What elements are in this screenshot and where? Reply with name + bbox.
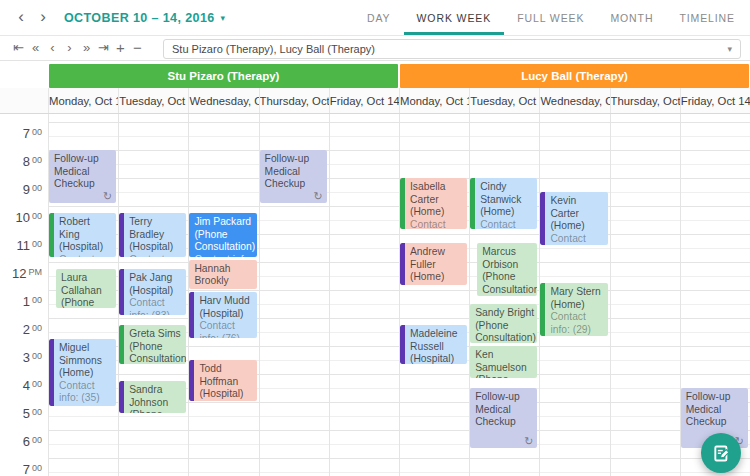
- day-header: Monday, Oct 10: [48, 88, 118, 113]
- appointment-contact: Contact info: (31) 480-2852: [550, 233, 604, 246]
- appointment[interactable]: Follow-up Medical Checkup↻: [470, 388, 537, 448]
- appointment[interactable]: Isabella Carter (Home)Contact info: (16)…: [400, 178, 467, 229]
- day-column[interactable]: [399, 114, 469, 476]
- appointment[interactable]: Follow-up Medical Checkup↻: [260, 150, 327, 203]
- appointment-title: Sandra Johnson (Phone Consultation): [129, 384, 183, 413]
- appointment[interactable]: Pak Jang (Hospital)Contact info: (83) 94…: [119, 269, 186, 315]
- add-appointment-fab[interactable]: [701, 433, 741, 473]
- navigation-toolbar: ⇤«‹›»⇥+− Stu Pizaro (Therapy), Lucy Ball…: [0, 36, 750, 61]
- appointment[interactable]: Follow-up Medical Checkup↻: [49, 150, 116, 203]
- category-bar: [470, 178, 475, 229]
- time-label: 400: [0, 376, 42, 394]
- appointment-title: Follow-up Medical Checkup: [265, 153, 324, 191]
- appointment-title: Greta Sims (Phone Consultation): [129, 328, 183, 364]
- category-bar: [49, 213, 54, 257]
- time-label: 800: [0, 152, 42, 170]
- appointment-contact: Contact info: (29) 566-2756: [550, 311, 604, 336]
- next-date-button[interactable]: ›: [32, 0, 54, 35]
- fast-backward-button[interactable]: «: [27, 36, 44, 60]
- appointment-title: Pak Jang (Hospital): [129, 272, 183, 297]
- appointment-title: Follow-up Medical Checkup: [54, 153, 113, 191]
- previous-date-button[interactable]: ‹: [10, 0, 32, 35]
- day-column[interactable]: [610, 114, 680, 476]
- resource-header-lucy-ball: Lucy Ball (Therapy): [400, 64, 749, 88]
- appointment-title: Miguel Simmons (Home): [59, 342, 113, 380]
- appointment-contact: Contact info: (16) 328-8878: [410, 219, 464, 229]
- time-label: 1100: [0, 236, 42, 254]
- appointment-title: Follow-up Medical Checkup: [686, 391, 745, 429]
- view-tab-work-week[interactable]: WORK WEEK: [404, 0, 505, 35]
- appointment-contact: Contact info: (93) 117-5137: [129, 254, 183, 257]
- appointment[interactable]: Hannah Brookly (Phone Consultation)Conta…: [189, 260, 256, 290]
- last-button[interactable]: ⇥: [95, 36, 112, 60]
- appointment[interactable]: Kevin Carter (Home)Contact info: (31) 48…: [540, 192, 607, 245]
- appointment[interactable]: Andrew Fuller (Home)Contact info: (36) 8…: [400, 243, 467, 284]
- appointment[interactable]: Madeleine Russell (Hospital)Contact info…: [400, 325, 467, 364]
- chevron-down-icon: ▾: [221, 13, 226, 23]
- chevron-down-icon: ▾: [719, 44, 740, 54]
- time-label: 500: [0, 404, 42, 422]
- view-switcher: DAYWORK WEEKFULL WEEKMONTHTIMELINE: [354, 0, 748, 35]
- time-label: 100: [0, 292, 42, 310]
- zoom-in-icon: +: [116, 39, 125, 56]
- category-bar: [119, 325, 124, 364]
- appointment[interactable]: Sandy Bright (Phone Consultation)Contact…: [470, 304, 537, 343]
- time-label: 200: [0, 320, 42, 338]
- appointment[interactable]: Miguel Simmons (Home)Contact info: (35) …: [49, 339, 116, 406]
- resource-filter-value: Stu Pizaro (Therapy), Lucy Ball (Therapy…: [164, 43, 719, 55]
- resource-filter-select[interactable]: Stu Pizaro (Therapy), Lucy Ball (Therapy…: [163, 39, 741, 59]
- zoom-out-button[interactable]: −: [129, 36, 146, 60]
- next-icon: ›: [67, 40, 71, 55]
- view-tab-timeline[interactable]: TIMELINE: [666, 0, 748, 35]
- appointment[interactable]: Cindy Stanwick (Home)Contact info: (36) …: [470, 178, 537, 229]
- appointment-contact: Contact info: (36) 874-9792: [410, 284, 464, 285]
- date-range-button[interactable]: OCTOBER 10 – 14, 2016 ▾: [64, 11, 226, 25]
- appointment-title: Mary Stern (Home): [550, 286, 604, 311]
- time-label: 700: [0, 460, 42, 476]
- appointment[interactable]: Laura Callahan (Phone Consultation)Conta…: [56, 269, 116, 308]
- appointment-contact: Contact info: (10): [194, 254, 253, 257]
- chevron-right-icon: ›: [40, 7, 46, 26]
- appointment-contact: Contact info: (35) 212-9577: [59, 254, 113, 257]
- recurrence-icon: ↻: [103, 190, 112, 203]
- next-button[interactable]: ›: [61, 36, 78, 60]
- appointment[interactable]: Jim Packard (Phone Consultation)Contact …: [189, 213, 256, 257]
- appointment[interactable]: Mary Stern (Home)Contact info: (29) 566-…: [540, 283, 607, 336]
- top-bar: ‹ › OCTOBER 10 – 14, 2016 ▾ DAYWORK WEEK…: [0, 0, 750, 36]
- category-bar: [119, 381, 124, 413]
- category-bar: [400, 243, 405, 284]
- appointment-title: Robert King (Hospital): [59, 216, 113, 254]
- appointment[interactable]: Terry Bradley (Hospital)Contact info: (9…: [119, 213, 186, 257]
- previous-button[interactable]: ‹: [44, 36, 61, 60]
- day-header: Monday, Oct 10: [399, 88, 469, 113]
- zoom-in-button[interactable]: +: [112, 36, 129, 60]
- appointment[interactable]: Greta Sims (Phone Consultation)Contact i…: [119, 325, 186, 364]
- category-bar: [119, 213, 124, 257]
- scheduler-grid: 7008009001000110012PM1002003004005006007…: [0, 114, 750, 476]
- appointment[interactable]: Sandra Johnson (Phone Consultation)Conta…: [119, 381, 186, 413]
- view-tab-day[interactable]: DAY: [354, 0, 404, 35]
- appointment-title: Marcus Orbison (Phone Consultation): [482, 246, 534, 296]
- appointment-title: Hannah Brookly (Phone Consultation): [194, 263, 253, 290]
- appointment[interactable]: Todd Hoffman (Hospital)Contact info: (40…: [189, 360, 256, 401]
- category-bar: [189, 292, 194, 338]
- fast-forward-button[interactable]: »: [78, 36, 95, 60]
- date-navigator: ‹ › OCTOBER 10 – 14, 2016 ▾: [10, 0, 226, 35]
- day-header: Thursday, Oct 13: [259, 88, 329, 113]
- appointment[interactable]: Ken Samuelson (Phone Consultation)Contac…: [470, 346, 537, 378]
- view-tab-full-week[interactable]: FULL WEEK: [504, 0, 597, 35]
- time-label: 700: [0, 124, 42, 142]
- resource-group-header: Stu Pizaro (Therapy)Lucy Ball (Therapy): [0, 61, 750, 88]
- category-bar: [400, 325, 405, 364]
- appointment-title: Kevin Carter (Home): [550, 195, 604, 233]
- appointment-contact: Contact info: (76) 942-9873: [199, 320, 253, 338]
- view-tab-month[interactable]: MONTH: [597, 0, 666, 35]
- category-bar: [49, 339, 54, 406]
- first-button[interactable]: ⇤: [10, 36, 27, 60]
- appointment[interactable]: Harv Mudd (Hospital)Contact info: (76) 9…: [189, 292, 256, 338]
- appointment[interactable]: Robert King (Hospital)Contact info: (35)…: [49, 213, 116, 257]
- appointment[interactable]: Marcus Orbison (Phone Consultation)Conta…: [477, 243, 537, 296]
- category-bar: [400, 178, 405, 229]
- day-column[interactable]: [329, 114, 399, 476]
- day-header: Friday, Oct 14: [680, 88, 750, 113]
